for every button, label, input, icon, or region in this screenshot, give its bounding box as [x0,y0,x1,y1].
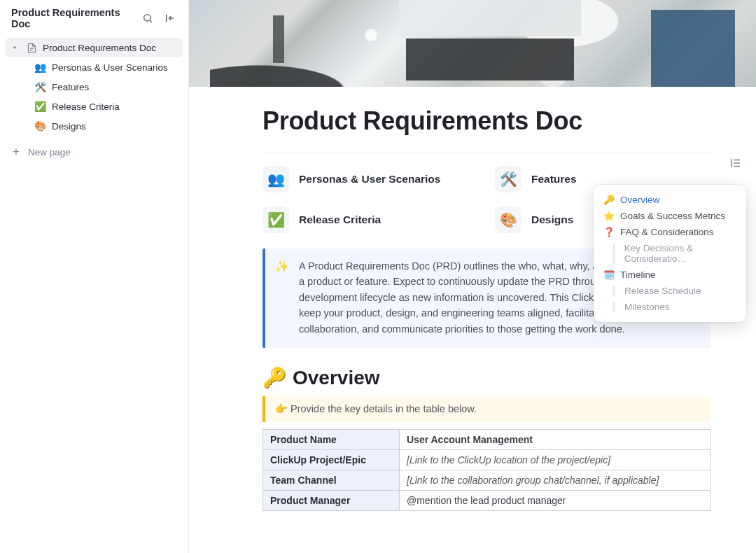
overview-heading[interactable]: 🔑 Overview [262,366,710,389]
outline-item-timeline[interactable]: 🗓️ Timeline [601,267,741,283]
outline-item-label: Key Decisions & Consideratio… [624,243,738,264]
outline-subitem[interactable]: Release Schedule [601,283,741,299]
sidebar-title: Product Requirements Doc [11,7,134,29]
outline-item-faq[interactable]: ❓ FAQ & Considerations [601,224,741,240]
table-key-cell[interactable]: Product Name [263,430,400,450]
subpage-link[interactable]: 👥 Personas & User Scenarios [262,166,478,192]
svg-point-0 [144,15,150,21]
point-right-icon: 👉 [275,403,288,414]
key-icon: 🔑 [603,195,615,205]
sidebar: Product Requirements Doc Product Require… [0,0,189,553]
page-title[interactable]: Product Requirements Doc [262,106,710,136]
subpage-link-label: Personas & User Scenarios [299,173,440,186]
outline-item-label: Goals & Success Metrics [620,211,725,221]
question-icon: ❓ [603,227,615,237]
overview-table[interactable]: Product Name User Account Management Cli… [262,429,710,511]
outline-item-goals[interactable]: ⭐ Goals & Success Metrics [601,208,741,224]
outline-item-overview[interactable]: 🔑 Overview [601,192,741,208]
outline-item-label: Timeline [620,270,656,280]
main-area: Product Requirements Doc 👥 Personas & Us… [189,0,756,553]
table-value-text: [Link to the ClickUp location of the pro… [407,454,610,465]
svg-marker-4 [13,47,17,49]
tree-child-item[interactable]: 👥 Personas & User Scenarios [6,57,183,77]
tree-item-label: Product Requirements Doc [43,43,156,53]
new-page-button[interactable]: + New page [0,141,188,162]
designs-icon: 🎨 [495,206,522,233]
cover-image[interactable] [189,0,756,87]
indent-bar [613,243,615,264]
features-icon: 🛠️ [495,166,522,192]
table-key-cell[interactable]: Team Channel [263,470,400,491]
outline-item-label: Milestones [624,302,670,312]
table-key-cell[interactable]: Product Manager [263,491,400,511]
table-row[interactable]: Product Manager @mention the lead produc… [263,491,710,511]
table-row[interactable]: ClickUp Project/Epic [Link to the ClickU… [263,450,710,470]
outline-subitem[interactable]: Milestones [601,299,741,315]
table-value-cell[interactable]: [Link to the collaboration group chat/ch… [400,470,710,491]
indent-bar [613,286,615,296]
calendar-icon: 🗓️ [603,270,615,280]
outline-item-label: Release Schedule [624,286,701,296]
personas-icon: 👥 [34,62,46,73]
table-value-cell[interactable]: User Account Management [400,430,710,450]
table-value-text: [Link to the collaboration group chat/ch… [407,475,659,486]
sparkles-icon: ✨ [275,258,289,337]
tree-child-item[interactable]: 🎨 Designs [6,116,183,136]
divider [262,153,710,153]
sidebar-header: Product Requirements Doc [0,0,188,35]
personas-icon: 👥 [262,166,289,192]
overview-heading-text: Overview [293,367,380,389]
table-value-cell[interactable]: @mention the lead product manager [400,491,710,511]
key-icon: 🔑 [262,366,287,389]
page-tree: Product Requirements Doc 👥 Personas & Us… [0,35,188,141]
designs-icon: 🎨 [34,120,46,132]
outline-toggle-icon[interactable] [729,157,742,169]
overview-note[interactable]: 👉 Provide the key details in the table b… [262,396,710,422]
tree-root-item[interactable]: Product Requirements Doc [6,38,183,57]
release-criteria-icon: ✅ [34,101,46,112]
document-icon [27,43,37,53]
collapse-sidebar-icon[interactable] [162,10,178,27]
outline-item-label: Overview [620,195,659,205]
indent-bar [613,302,615,312]
subpage-link-label: Release Criteria [299,214,381,226]
table-row[interactable]: Product Name User Account Management [263,430,710,450]
plus-icon: + [11,146,21,158]
outline-panel: 🔑 Overview ⭐ Goals & Success Metrics ❓ F… [594,185,746,322]
star-icon: ⭐ [603,211,615,221]
subpage-link[interactable]: ✅ Release Criteria [262,206,478,233]
tree-item-label: Personas & User Scenarios [52,62,168,73]
outline-subitem[interactable]: Key Decisions & Consideratio… [601,240,741,267]
search-icon[interactable] [139,10,156,27]
table-key-cell[interactable]: ClickUp Project/Epic [263,450,400,470]
outline-item-label: FAQ & Considerations [620,227,714,237]
chevron-down-icon[interactable] [11,44,21,51]
document-content: Product Requirements Doc 👥 Personas & Us… [189,87,756,511]
tree-item-label: Features [52,82,89,92]
release-criteria-icon: ✅ [262,206,289,233]
table-value-cell[interactable]: [Link to the ClickUp location of the pro… [400,450,710,470]
tree-item-label: Release Criteria [52,102,120,112]
overview-note-text: Provide the key details in the table bel… [290,403,477,414]
subpage-link-label: Features [531,173,577,186]
table-row[interactable]: Team Channel [Link to the collaboration … [263,470,710,491]
tree-child-item[interactable]: 🛠️ Features [6,77,183,97]
new-page-label: New page [28,147,71,158]
features-icon: 🛠️ [34,81,46,92]
tree-item-label: Designs [52,121,86,132]
subpage-link-label: Designs [531,214,573,226]
svg-line-1 [150,20,152,22]
tree-child-item[interactable]: ✅ Release Criteria [6,97,183,116]
